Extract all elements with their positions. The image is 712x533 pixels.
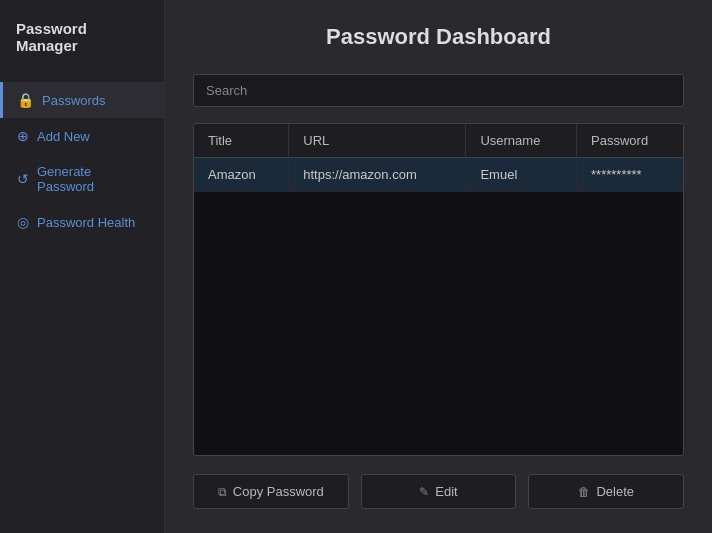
col-title: Title <box>194 124 289 158</box>
password-table: Title URL Username Password Amazonhttps:… <box>194 124 683 192</box>
sidebar-item-passwords[interactable]: 🔒 Passwords <box>0 82 164 118</box>
col-password: Password <box>577 124 683 158</box>
sidebar-item-generate-label: Generate Password <box>37 164 150 194</box>
sidebar-item-password-health[interactable]: ◎ Password Health <box>0 204 164 240</box>
sidebar-item-add-new-label: Add New <box>37 129 90 144</box>
cell-username: Emuel <box>466 158 577 192</box>
delete-label: Delete <box>596 484 634 499</box>
sidebar: Password Manager 🔒 Passwords ⊕ Add New ↺… <box>0 0 165 533</box>
main-content: Password Dashboard Title URL Username Pa… <box>165 0 712 533</box>
sidebar-title: Password Manager <box>0 20 164 82</box>
cell-password: ********** <box>577 158 683 192</box>
delete-icon: 🗑 <box>578 485 590 499</box>
action-bar: ⧉ Copy Password ✎ Edit 🗑 Delete <box>193 474 684 509</box>
add-icon: ⊕ <box>17 128 29 144</box>
edit-button[interactable]: ✎ Edit <box>361 474 517 509</box>
copy-icon: ⧉ <box>218 485 227 499</box>
col-url: URL <box>289 124 466 158</box>
delete-button[interactable]: 🗑 Delete <box>528 474 684 509</box>
table-row[interactable]: Amazonhttps://amazon.comEmuel********** <box>194 158 683 192</box>
sidebar-item-add-new[interactable]: ⊕ Add New <box>0 118 164 154</box>
col-username: Username <box>466 124 577 158</box>
sidebar-item-generate-password[interactable]: ↺ Generate Password <box>0 154 164 204</box>
page-title: Password Dashboard <box>193 24 684 50</box>
copy-password-label: Copy Password <box>233 484 324 499</box>
sidebar-item-passwords-label: Passwords <box>42 93 106 108</box>
health-icon: ◎ <box>17 214 29 230</box>
search-container <box>193 74 684 107</box>
table-body: Amazonhttps://amazon.comEmuel********** <box>194 158 683 192</box>
copy-password-button[interactable]: ⧉ Copy Password <box>193 474 349 509</box>
sidebar-item-health-label: Password Health <box>37 215 135 230</box>
password-table-container: Title URL Username Password Amazonhttps:… <box>193 123 684 456</box>
cell-url: https://amazon.com <box>289 158 466 192</box>
table-header-row: Title URL Username Password <box>194 124 683 158</box>
edit-icon: ✎ <box>419 485 429 499</box>
lock-icon: 🔒 <box>17 92 34 108</box>
search-input[interactable] <box>193 74 684 107</box>
edit-label: Edit <box>435 484 457 499</box>
cell-title: Amazon <box>194 158 289 192</box>
generate-icon: ↺ <box>17 171 29 187</box>
